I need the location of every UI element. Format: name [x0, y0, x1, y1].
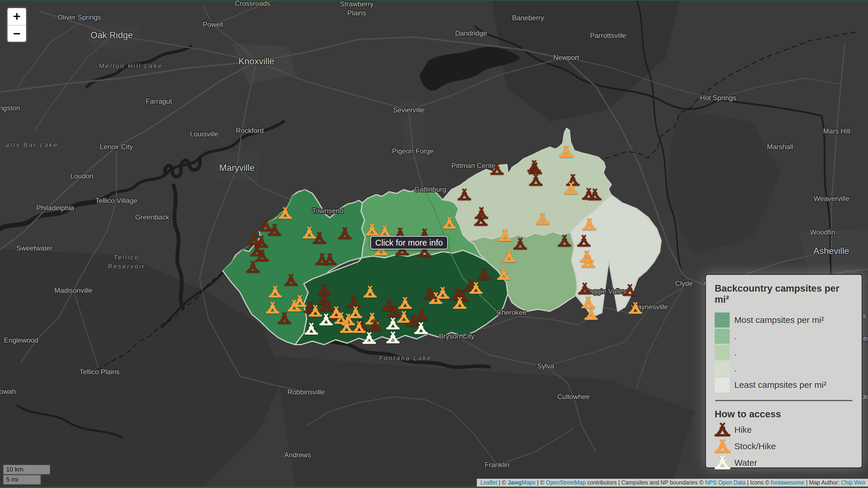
- map-label: Baneberry: [512, 14, 544, 22]
- map-label: Pittman Center: [452, 162, 498, 169]
- road-line: [831, 44, 845, 251]
- attribution-text: contributors | Campsites and NP boundari…: [586, 479, 705, 486]
- map-label: Bryson City: [439, 332, 474, 340]
- map-label: Tellico Village: [95, 197, 137, 204]
- map-label: Englewood: [4, 336, 38, 344]
- map-label: Philadelphia: [36, 204, 74, 212]
- jawg-link[interactable]: JawgMaps: [507, 479, 535, 486]
- legend-access-items: HikeStock/HikeWater: [715, 421, 853, 471]
- map-label: Powell: [203, 21, 223, 28]
- map-label: ngston: [0, 104, 20, 112]
- legend-title: Backcountry campsites per mi²: [715, 283, 853, 305]
- leaflet-link[interactable]: Leaflet: [480, 479, 497, 486]
- map-label: Fontana Lake: [379, 354, 432, 362]
- legend-class-row: Most campsites per mi²: [715, 312, 853, 328]
- map-label: Franklin: [485, 461, 509, 468]
- map-label: Maryville: [219, 163, 255, 173]
- landuse-patch: [665, 110, 781, 255]
- map-label: Sevierville: [393, 106, 425, 114]
- map-label: Greenback: [135, 213, 169, 221]
- map-label: Woodfin: [810, 228, 835, 236]
- legend-access-label: Stock/Hike: [734, 441, 776, 451]
- zoom-out-button[interactable]: −: [7, 25, 26, 42]
- map-label: Newport: [553, 54, 579, 61]
- legend-class-label: Most campsites per mi²: [734, 315, 824, 325]
- bottom-edge-strip: [0, 487, 868, 488]
- map-label: Hot Springs: [700, 94, 736, 102]
- map-label: Tellico Plains: [80, 368, 120, 376]
- tent-icon: [715, 423, 730, 437]
- map-label: StrawberryPlains: [340, 0, 374, 17]
- map-label: Rockford: [236, 126, 264, 134]
- osm-link[interactable]: OpenStreetMap: [546, 479, 586, 486]
- map-label: owah: [0, 387, 16, 395]
- legend-color-swatch: [715, 361, 730, 376]
- map-label: Melton Hill Lake: [99, 62, 163, 69]
- legend-class-label: Least campsites per mi²: [734, 380, 826, 390]
- zoom-control: + −: [6, 7, 27, 43]
- map-label: Oak Ridge: [91, 30, 133, 40]
- map-label: Townsend: [312, 207, 343, 214]
- map-label: er: [863, 334, 868, 342]
- map-label: Cherokee: [496, 309, 527, 316]
- map-label: Loudon: [70, 172, 93, 180]
- top-edge-strip: [0, 0, 868, 1]
- author-link[interactable]: Chip Weir: [841, 479, 866, 486]
- legend-color-swatch: [715, 313, 730, 327]
- zoom-in-button[interactable]: +: [7, 8, 26, 25]
- map-label: Knoxville: [239, 56, 274, 66]
- legend-class-row: .: [715, 361, 853, 377]
- legend-choropleth-classes: Most campsites per mi²...Least campsites…: [715, 312, 853, 393]
- scale-bar-mi: 5 mi: [3, 475, 41, 485]
- map-label: Asheville: [813, 246, 849, 256]
- road-line: [637, 287, 684, 388]
- map-label: Weaverville: [814, 195, 849, 202]
- map-label: Oliver Springs: [58, 13, 101, 21]
- map-label: Farragut: [146, 97, 172, 105]
- map-label: Sweetwater: [16, 244, 52, 252]
- legend-access-label: Water: [734, 458, 757, 468]
- map-label: Parrottsville: [590, 32, 626, 39]
- attribution-separator: | ©: [497, 479, 508, 486]
- legend-access-row: Water: [715, 454, 853, 471]
- map-label: Clyde: [675, 280, 693, 287]
- attribution-separator: | Map Author:: [804, 479, 841, 486]
- map-tooltip: Click for more info: [370, 236, 448, 249]
- attribution-separator: | ©: [535, 479, 546, 486]
- fontawesome-link[interactable]: fontawesome: [771, 479, 804, 486]
- legend-class-row: .: [715, 328, 853, 344]
- attribution-separator: | Icons ©: [746, 479, 771, 486]
- legend-class-label: .: [734, 348, 737, 357]
- map-label: Mars Hill: [823, 127, 850, 135]
- legend-class-label: .: [734, 331, 737, 341]
- map-label: Lenoir City: [100, 143, 133, 151]
- tent-icon: [715, 439, 730, 454]
- map-label: Cullowhee: [557, 393, 590, 401]
- scale-bar-km: 10 km: [3, 464, 50, 475]
- map-label: Gatlinburg: [414, 185, 446, 193]
- legend-color-swatch: [715, 345, 730, 360]
- legend-class-row: Least campsites per mi²: [715, 377, 853, 393]
- map-label: Madisonville: [54, 286, 93, 294]
- map-label: Louisville: [190, 130, 219, 138]
- legend-class-label: .: [734, 364, 737, 374]
- map-application: Oliver SpringsCrossroadsPowellStrawberry…: [0, 0, 868, 488]
- legend-access-title: How to access: [715, 409, 853, 420]
- legend-access-row: Hike: [715, 421, 853, 438]
- map-label: Marshall: [767, 143, 793, 151]
- legend-color-swatch: [715, 329, 730, 344]
- map-label: Andrews: [284, 451, 311, 459]
- legend-access-row: Stock/Hike: [715, 438, 853, 454]
- map-label: atts Bar Lake: [5, 141, 58, 149]
- legend-color-swatch: [715, 377, 730, 393]
- legend-class-row: .: [715, 344, 853, 361]
- legend-divider: [715, 400, 852, 401]
- nps-link[interactable]: NPS Open Data: [705, 479, 746, 486]
- legend-access-label: Hike: [734, 425, 752, 435]
- road-line: [546, 308, 650, 366]
- legend-panel: Backcountry campsites per mi² Most camps…: [705, 274, 863, 468]
- attribution-bar: Leaflet | © JawgMaps | © OpenStreetMap c…: [477, 479, 868, 487]
- map-label: Dandridge: [455, 29, 487, 37]
- map-label: Robbinsville: [287, 388, 324, 396]
- map-label: s: [863, 312, 866, 319]
